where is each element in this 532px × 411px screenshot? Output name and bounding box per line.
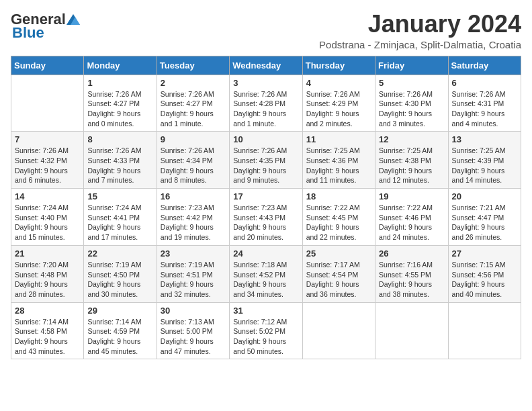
day-info: Sunrise: 7:26 AMSunset: 4:29 PMDaylight:…: [306, 89, 371, 129]
day-cell: 4Sunrise: 7:26 AMSunset: 4:29 PMDaylight…: [302, 75, 375, 132]
day-info: Sunrise: 7:26 AMSunset: 4:31 PMDaylight:…: [452, 89, 517, 129]
day-number: 1: [87, 78, 152, 88]
day-number: 20: [452, 191, 517, 201]
day-number: 23: [161, 248, 226, 259]
day-info: Sunrise: 7:26 AMSunset: 4:32 PMDaylight:…: [15, 146, 80, 185]
day-number: 7: [15, 134, 80, 144]
week-row-5: 28Sunrise: 7:14 AMSunset: 4:58 PMDayligh…: [11, 302, 521, 359]
day-info: Sunrise: 7:19 AMSunset: 4:51 PMDaylight:…: [161, 260, 226, 300]
header-thursday: Thursday: [302, 56, 375, 75]
day-info: Sunrise: 7:26 AMSunset: 4:34 PMDaylight:…: [161, 146, 226, 185]
day-info: Sunrise: 7:26 AMSunset: 4:30 PMDaylight:…: [379, 89, 444, 129]
week-row-1: 1Sunrise: 7:26 AMSunset: 4:27 PMDaylight…: [11, 75, 521, 132]
day-cell: 25Sunrise: 7:17 AMSunset: 4:54 PMDayligh…: [302, 245, 375, 302]
day-cell: 30Sunrise: 7:13 AMSunset: 5:00 PMDayligh…: [157, 302, 229, 359]
day-number: 6: [452, 78, 517, 88]
day-cell: 12Sunrise: 7:25 AMSunset: 4:38 PMDayligh…: [375, 132, 448, 189]
day-cell: 17Sunrise: 7:23 AMSunset: 4:43 PMDayligh…: [230, 189, 302, 246]
day-cell: 28Sunrise: 7:14 AMSunset: 4:58 PMDayligh…: [11, 302, 84, 359]
day-number: 10: [233, 134, 298, 144]
day-info: Sunrise: 7:12 AMSunset: 5:02 PMDaylight:…: [233, 317, 298, 357]
day-number: 11: [306, 134, 371, 144]
day-info: Sunrise: 7:14 AMSunset: 4:58 PMDaylight:…: [15, 317, 80, 357]
week-row-4: 21Sunrise: 7:20 AMSunset: 4:48 PMDayligh…: [11, 245, 521, 302]
day-info: Sunrise: 7:24 AMSunset: 4:40 PMDaylight:…: [15, 203, 80, 242]
day-info: Sunrise: 7:23 AMSunset: 4:43 PMDaylight:…: [233, 203, 298, 242]
week-row-2: 7Sunrise: 7:26 AMSunset: 4:32 PMDaylight…: [11, 132, 521, 189]
day-cell: 1Sunrise: 7:26 AMSunset: 4:27 PMDaylight…: [84, 75, 157, 132]
day-number: 16: [161, 191, 226, 201]
day-number: 9: [161, 134, 226, 144]
day-info: Sunrise: 7:22 AMSunset: 4:45 PMDaylight:…: [306, 203, 371, 242]
title-block: January 2024 Podstrana - Zminjaca, Split…: [319, 11, 521, 50]
day-cell: 5Sunrise: 7:26 AMSunset: 4:30 PMDaylight…: [375, 75, 448, 132]
day-cell: 15Sunrise: 7:24 AMSunset: 4:41 PMDayligh…: [84, 189, 157, 246]
calendar-table: SundayMondayTuesdayWednesdayThursdayFrid…: [11, 56, 521, 360]
day-info: Sunrise: 7:25 AMSunset: 4:39 PMDaylight:…: [452, 146, 517, 185]
week-row-3: 14Sunrise: 7:24 AMSunset: 4:40 PMDayligh…: [11, 189, 521, 246]
header-sunday: Sunday: [11, 56, 84, 75]
day-info: Sunrise: 7:20 AMSunset: 4:48 PMDaylight:…: [15, 260, 80, 300]
day-info: Sunrise: 7:26 AMSunset: 4:28 PMDaylight:…: [233, 89, 298, 129]
day-info: Sunrise: 7:15 AMSunset: 4:56 PMDaylight:…: [452, 260, 517, 300]
day-cell: 16Sunrise: 7:23 AMSunset: 4:42 PMDayligh…: [157, 189, 229, 246]
day-cell: 22Sunrise: 7:19 AMSunset: 4:50 PMDayligh…: [84, 245, 157, 302]
header-tuesday: Tuesday: [157, 56, 229, 75]
header-monday: Monday: [84, 56, 157, 75]
header-friday: Friday: [375, 56, 448, 75]
day-cell: 11Sunrise: 7:25 AMSunset: 4:36 PMDayligh…: [302, 132, 375, 189]
day-cell: 23Sunrise: 7:19 AMSunset: 4:51 PMDayligh…: [157, 245, 229, 302]
day-number: 28: [15, 306, 80, 316]
day-cell: [302, 302, 375, 359]
day-cell: [448, 302, 521, 359]
day-number: 30: [161, 306, 226, 316]
day-info: Sunrise: 7:26 AMSunset: 4:27 PMDaylight:…: [87, 89, 152, 129]
header-wednesday: Wednesday: [230, 56, 302, 75]
day-cell: 8Sunrise: 7:26 AMSunset: 4:33 PMDaylight…: [84, 132, 157, 189]
day-number: 27: [452, 248, 517, 259]
day-number: 24: [233, 248, 298, 259]
day-cell: 10Sunrise: 7:26 AMSunset: 4:35 PMDayligh…: [230, 132, 302, 189]
day-number: 12: [379, 134, 444, 144]
day-info: Sunrise: 7:21 AMSunset: 4:47 PMDaylight:…: [452, 203, 517, 242]
day-info: Sunrise: 7:26 AMSunset: 4:35 PMDaylight:…: [233, 146, 298, 185]
day-cell: 13Sunrise: 7:25 AMSunset: 4:39 PMDayligh…: [448, 132, 521, 189]
day-cell: 7Sunrise: 7:26 AMSunset: 4:32 PMDaylight…: [11, 132, 84, 189]
day-number: 25: [306, 248, 371, 259]
day-number: 3: [233, 78, 298, 88]
day-info: Sunrise: 7:13 AMSunset: 5:00 PMDaylight:…: [161, 317, 226, 357]
day-number: 31: [233, 306, 298, 316]
day-cell: 21Sunrise: 7:20 AMSunset: 4:48 PMDayligh…: [11, 245, 84, 302]
day-cell: 29Sunrise: 7:14 AMSunset: 4:59 PMDayligh…: [84, 302, 157, 359]
day-info: Sunrise: 7:24 AMSunset: 4:41 PMDaylight:…: [87, 203, 152, 242]
day-number: 14: [15, 191, 80, 201]
day-cell: 26Sunrise: 7:16 AMSunset: 4:55 PMDayligh…: [375, 245, 448, 302]
day-info: Sunrise: 7:22 AMSunset: 4:46 PMDaylight:…: [379, 203, 444, 242]
day-info: Sunrise: 7:19 AMSunset: 4:50 PMDaylight:…: [87, 260, 152, 300]
day-cell: 6Sunrise: 7:26 AMSunset: 4:31 PMDaylight…: [448, 75, 521, 132]
day-number: 13: [452, 134, 517, 144]
page-header: General Blue January 2024 Podstrana - Zm…: [11, 11, 521, 50]
header-saturday: Saturday: [448, 56, 521, 75]
day-info: Sunrise: 7:17 AMSunset: 4:54 PMDaylight:…: [306, 260, 371, 300]
day-number: 2: [161, 78, 226, 88]
day-cell: 24Sunrise: 7:18 AMSunset: 4:52 PMDayligh…: [230, 245, 302, 302]
day-info: Sunrise: 7:25 AMSunset: 4:38 PMDaylight:…: [379, 146, 444, 185]
day-cell: 2Sunrise: 7:26 AMSunset: 4:27 PMDaylight…: [157, 75, 229, 132]
day-info: Sunrise: 7:14 AMSunset: 4:59 PMDaylight:…: [87, 317, 152, 357]
day-number: 19: [379, 191, 444, 201]
day-number: 22: [87, 248, 152, 259]
day-info: Sunrise: 7:26 AMSunset: 4:27 PMDaylight:…: [161, 89, 226, 129]
day-number: 17: [233, 191, 298, 201]
day-number: 4: [306, 78, 371, 88]
day-cell: 9Sunrise: 7:26 AMSunset: 4:34 PMDaylight…: [157, 132, 229, 189]
logo-blue: Blue: [12, 24, 44, 42]
logo: General Blue: [11, 11, 81, 42]
day-cell: 18Sunrise: 7:22 AMSunset: 4:45 PMDayligh…: [302, 189, 375, 246]
day-info: Sunrise: 7:23 AMSunset: 4:42 PMDaylight:…: [161, 203, 226, 242]
day-cell: 14Sunrise: 7:24 AMSunset: 4:40 PMDayligh…: [11, 189, 84, 246]
day-cell: 3Sunrise: 7:26 AMSunset: 4:28 PMDaylight…: [230, 75, 302, 132]
day-cell: 31Sunrise: 7:12 AMSunset: 5:02 PMDayligh…: [230, 302, 302, 359]
day-info: Sunrise: 7:16 AMSunset: 4:55 PMDaylight:…: [379, 260, 444, 300]
day-cell: [375, 302, 448, 359]
